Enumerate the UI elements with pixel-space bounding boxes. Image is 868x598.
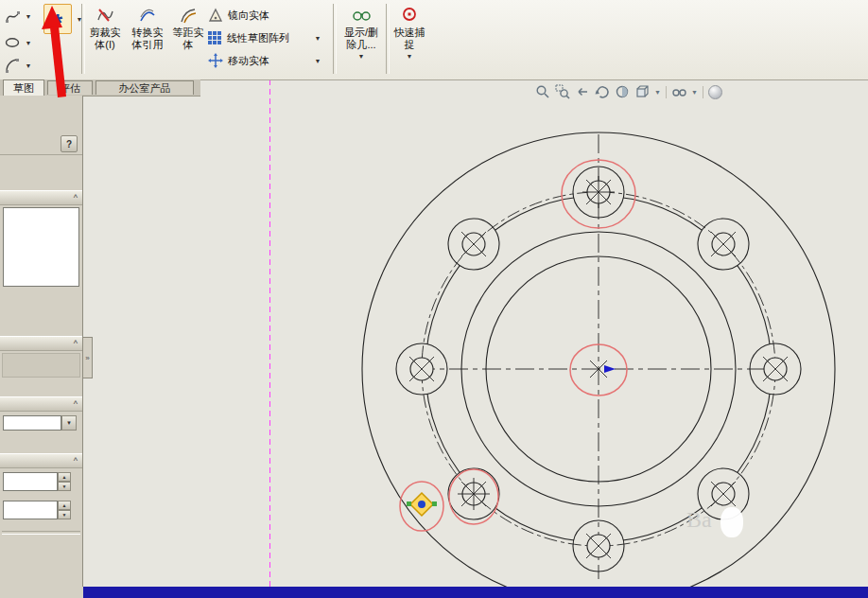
sketch-drawing[interactable] bbox=[83, 79, 868, 587]
reference-line bbox=[269, 79, 270, 587]
linear-pattern-dropdown-arrow[interactable]: ▼ bbox=[312, 27, 323, 48]
spinner-field-1[interactable] bbox=[3, 472, 58, 491]
sketch-toolbar: ▼ * ▼ ▼ ▼ 剪裁实 体(I) bbox=[0, 0, 868, 80]
watermark-text: Ba bbox=[686, 507, 712, 533]
taskbar-strip[interactable] bbox=[83, 587, 868, 598]
mirror-label: 镜向实体 bbox=[228, 9, 269, 23]
origin-arrow bbox=[604, 365, 616, 373]
fillet-button[interactable] bbox=[2, 55, 23, 76]
mirror-entities-icon bbox=[208, 8, 223, 23]
flyout-chevron-icon: » bbox=[85, 354, 89, 362]
spin-up-icon[interactable]: ▲ bbox=[58, 472, 71, 482]
panel-divider bbox=[0, 154, 82, 155]
move-entities-icon bbox=[208, 53, 223, 68]
linear-pattern-icon bbox=[208, 31, 222, 45]
display-delete-label-line1: 显示/删 bbox=[344, 26, 378, 39]
trim-entities-icon bbox=[95, 6, 114, 25]
collapse-chevron-icon: ^ bbox=[74, 193, 78, 202]
flange-profile[interactable] bbox=[362, 132, 835, 587]
dropdown-arrow-icon: ▼ bbox=[66, 420, 72, 426]
offset-label-line1: 等距实 bbox=[173, 26, 204, 39]
quick-snap-label-line1: 快速捕 bbox=[394, 26, 425, 39]
display-delete-dropdown-arrow[interactable]: ▼ bbox=[358, 53, 365, 60]
linear-pattern-label: 线性草图阵列 bbox=[227, 31, 289, 45]
graphics-area[interactable]: ▼ ▼ bbox=[83, 79, 868, 587]
point-button[interactable]: * bbox=[43, 4, 72, 34]
spin-up-icon[interactable]: ▲ bbox=[58, 501, 71, 510]
offset-entities-button[interactable]: 等距实 体 bbox=[170, 3, 206, 77]
display-delete-relations-button[interactable]: 显示/删 除几... ▼ bbox=[339, 3, 384, 77]
combo-box-dropdown-button[interactable]: ▼ bbox=[61, 415, 77, 431]
tab-sketch[interactable]: 草图 bbox=[3, 79, 44, 96]
quick-snap-icon bbox=[400, 6, 419, 25]
panel-section-header-2[interactable]: ^ bbox=[0, 336, 82, 351]
tab-office-products[interactable]: 办公室产品 bbox=[95, 80, 194, 95]
bottom-bars bbox=[0, 587, 868, 598]
spline-button[interactable] bbox=[2, 6, 23, 26]
fillet-dropdown-arrow[interactable]: ▼ bbox=[23, 55, 34, 76]
tab-evaluate[interactable]: 评估 bbox=[47, 80, 93, 95]
help-button[interactable]: ? bbox=[61, 135, 78, 152]
quick-snap-label-line2: 捉 bbox=[405, 39, 415, 51]
move-dropdown-arrow[interactable]: ▼ bbox=[312, 50, 323, 71]
solidworks-window: ▼ * ▼ ▼ ▼ 剪裁实 体(I) bbox=[0, 0, 868, 598]
watermark-blob bbox=[720, 507, 743, 537]
ellipse-button[interactable] bbox=[2, 32, 23, 53]
move-entities-button[interactable]: 移动实体 bbox=[208, 50, 269, 71]
convert-entities-icon bbox=[138, 6, 157, 25]
commandmanager-tabs: 草图 评估 办公室产品 bbox=[0, 79, 200, 97]
ellipse-icon bbox=[5, 35, 20, 50]
convert-label-line2: 体引用 bbox=[132, 39, 164, 51]
panel-section-header-1[interactable]: ^ bbox=[0, 190, 82, 205]
collapse-chevron-icon: ^ bbox=[74, 399, 78, 409]
spinner-buttons-2[interactable]: ▲ ▼ bbox=[58, 501, 71, 519]
panel-section-header-3[interactable]: ^ bbox=[0, 396, 82, 412]
trim-entities-button[interactable]: 剪裁实 体(I) bbox=[85, 3, 125, 77]
mirror-entities-button[interactable]: 镜向实体 bbox=[208, 5, 269, 26]
panel-bottom-strip bbox=[0, 587, 83, 598]
selection-listbox[interactable] bbox=[3, 207, 79, 287]
point-icon: * bbox=[53, 14, 62, 31]
toolbar-separator bbox=[333, 4, 337, 74]
quick-snap-button[interactable]: 快速捕 捉 ▼ bbox=[390, 3, 429, 77]
propertymanager-flyout-tab[interactable]: » bbox=[83, 337, 93, 378]
collapse-chevron-icon: ^ bbox=[74, 456, 78, 466]
spinner-field-2[interactable] bbox=[3, 501, 58, 519]
linear-sketch-pattern-button[interactable]: 线性草图阵列 bbox=[208, 27, 289, 48]
collapse-chevron-icon: ^ bbox=[74, 339, 78, 348]
offset-label-line2: 体 bbox=[183, 39, 194, 51]
quick-snap-dropdown-arrow[interactable]: ▼ bbox=[407, 53, 413, 60]
display-delete-label-line2: 除几... bbox=[346, 39, 375, 51]
ellipse-dropdown-arrow[interactable]: ▼ bbox=[23, 32, 34, 53]
panel-section-header-4[interactable]: ^ bbox=[0, 453, 82, 468]
offset-entities-icon bbox=[179, 6, 198, 25]
panel-option-box[interactable] bbox=[2, 353, 80, 378]
display-delete-relations-icon bbox=[352, 6, 371, 25]
spin-down-icon[interactable]: ▼ bbox=[58, 482, 71, 491]
spin-down-icon[interactable]: ▼ bbox=[58, 510, 71, 519]
move-label: 移动实体 bbox=[228, 54, 269, 68]
trim-label-line2: 体(I) bbox=[95, 39, 114, 51]
convert-label-line1: 转换实 bbox=[132, 26, 164, 39]
propertymanager-panel: ? ^ ^ ^ ▼ ^ ▲ ▼ ▲ ▼ bbox=[0, 96, 83, 587]
trim-label-line1: 剪裁实 bbox=[90, 26, 121, 39]
fillet-arc-icon bbox=[5, 58, 20, 73]
combo-box-field[interactable] bbox=[3, 415, 61, 431]
selected-point-marker[interactable] bbox=[407, 493, 437, 516]
convert-entities-button[interactable]: 转换实 体引用 bbox=[127, 3, 168, 77]
spline-icon bbox=[5, 9, 20, 24]
spinner-buttons-1[interactable]: ▲ ▼ bbox=[58, 472, 71, 491]
spline-dropdown-arrow[interactable]: ▼ bbox=[23, 6, 34, 26]
panel-divider bbox=[2, 531, 80, 535]
